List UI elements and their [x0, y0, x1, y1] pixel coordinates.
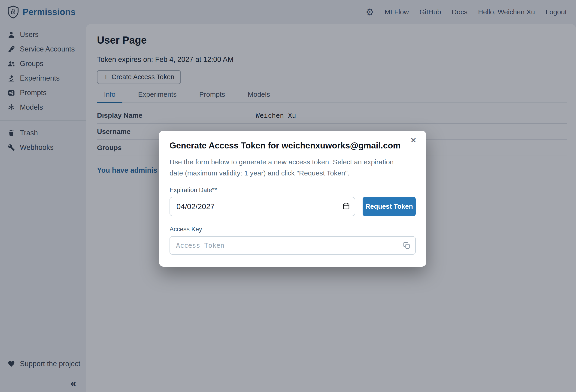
modal-description: Use the form below to generate a new acc…: [170, 157, 407, 179]
request-token-button[interactable]: Request Token: [363, 197, 416, 216]
expiration-form-row: Request Token: [170, 197, 416, 216]
modal-title: Generate Access Token for weichenxuworks…: [170, 140, 416, 151]
expiration-date-label: Expiration Date**: [170, 187, 416, 194]
expiration-date-input[interactable]: [170, 197, 355, 216]
access-key-label: Access Key: [170, 226, 416, 233]
calendar-icon[interactable]: [342, 202, 350, 211]
date-field-wrap: [170, 197, 355, 216]
access-key-field-wrap: [170, 236, 416, 255]
app-screen: Permissions ⚙ MLFlow GitHub Docs Hello, …: [0, 0, 576, 392]
generate-token-modal: ✕ Generate Access Token for weichenxuwor…: [159, 131, 426, 267]
close-icon[interactable]: ✕: [409, 136, 418, 144]
copy-icon[interactable]: [403, 242, 411, 249]
access-token-input[interactable]: [170, 236, 416, 255]
